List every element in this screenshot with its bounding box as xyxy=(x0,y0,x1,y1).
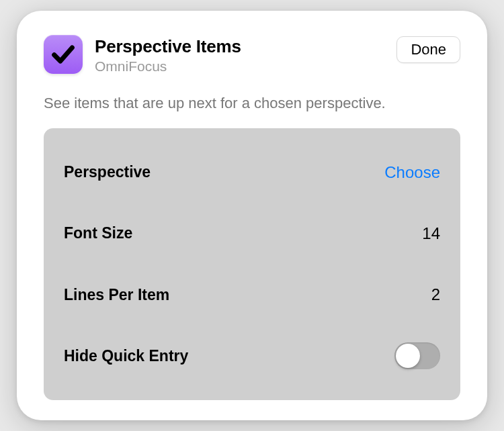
checkmark-icon xyxy=(50,41,77,68)
perspective-choose-button[interactable]: Choose xyxy=(384,163,440,182)
settings-group: Perspective Choose Font Size 14 Lines Pe… xyxy=(44,128,460,400)
header: Perspective Items OmniFocus Done xyxy=(44,35,460,75)
app-name: OmniFocus xyxy=(95,58,384,75)
widget-description: See items that are up next for a chosen … xyxy=(44,95,460,112)
lines-per-item-label: Lines Per Item xyxy=(64,286,169,304)
done-button[interactable]: Done xyxy=(396,36,460,63)
row-perspective: Perspective Choose xyxy=(64,149,440,196)
font-size-value: 14 xyxy=(422,224,440,243)
header-text: Perspective Items OmniFocus xyxy=(95,35,384,75)
row-hide-quick-entry: Hide Quick Entry xyxy=(64,332,440,379)
perspective-label: Perspective xyxy=(64,163,151,181)
row-lines-per-item[interactable]: Lines Per Item 2 xyxy=(64,271,440,318)
app-icon xyxy=(44,35,83,74)
widget-title: Perspective Items xyxy=(95,36,384,57)
lines-per-item-value: 2 xyxy=(431,285,440,304)
hide-quick-entry-label: Hide Quick Entry xyxy=(64,347,188,365)
widget-config-panel: Perspective Items OmniFocus Done See ite… xyxy=(17,11,487,420)
hide-quick-entry-toggle[interactable] xyxy=(394,342,440,369)
toggle-knob xyxy=(396,344,420,368)
row-font-size[interactable]: Font Size 14 xyxy=(64,210,440,257)
font-size-label: Font Size xyxy=(64,224,132,242)
